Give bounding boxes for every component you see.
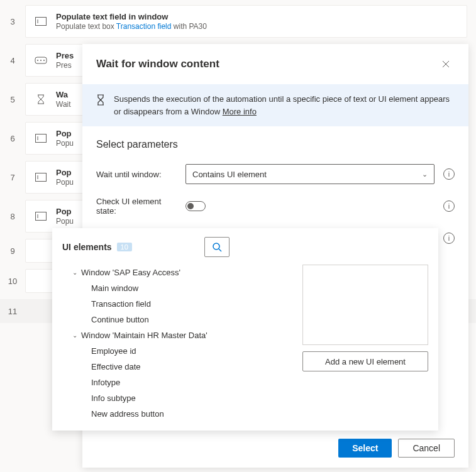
close-icon xyxy=(442,60,450,68)
tree-item[interactable]: Employee id xyxy=(62,343,292,359)
keyboard-icon xyxy=(35,54,47,67)
chevron-down-icon: ⌄ xyxy=(72,269,77,276)
row-number: 3 xyxy=(0,17,25,26)
action-link[interactable]: Transaction field xyxy=(116,22,172,31)
row-number: 6 xyxy=(0,134,25,143)
row-number: 4 xyxy=(0,56,25,65)
svg-rect-8 xyxy=(36,173,47,182)
textbox-icon xyxy=(35,171,47,184)
row-number: 5 xyxy=(0,95,25,104)
banner-text: Suspends the execution of the automation… xyxy=(114,93,455,118)
svg-rect-0 xyxy=(36,18,47,26)
tree-item[interactable]: Continue button xyxy=(62,312,292,327)
svg-point-12 xyxy=(213,243,219,250)
tree-item[interactable]: Effective date xyxy=(62,359,292,375)
tree-parent-node[interactable]: ⌄ Window 'SAP Easy Access' xyxy=(62,265,292,280)
info-icon[interactable]: i xyxy=(443,200,455,212)
add-ui-element-button[interactable]: Add a new UI element xyxy=(302,351,428,371)
wait-until-select[interactable]: Contains UI element ⌄ xyxy=(185,164,434,184)
info-icon[interactable]: i xyxy=(443,233,455,244)
chevron-down-icon: ⌄ xyxy=(72,332,77,339)
action-title: Pres xyxy=(56,51,74,60)
ui-element-tree: ⌄ Window 'SAP Easy Access' Main window T… xyxy=(62,265,292,422)
cancel-button[interactable]: Cancel xyxy=(398,439,455,458)
hourglass-icon xyxy=(96,94,105,107)
tree-parent-node[interactable]: ⌄ Window 'Maintain HR Master Data' xyxy=(62,327,292,343)
action-subtitle: Popu xyxy=(56,139,74,148)
row-number: 10 xyxy=(0,277,25,286)
row-number: 9 xyxy=(0,246,25,256)
textbox-icon xyxy=(35,132,47,145)
hourglass-icon xyxy=(35,93,47,106)
info-icon[interactable]: i xyxy=(443,168,455,180)
row-number: 7 xyxy=(0,173,25,182)
action-title: Pop xyxy=(56,129,74,138)
dropdown-title: UI elements 10 xyxy=(62,242,132,252)
more-info-link[interactable]: More info xyxy=(223,107,257,116)
action-subtitle: Pres xyxy=(56,61,74,70)
select-value: Contains UI element xyxy=(192,170,267,179)
flow-row[interactable]: 3 Populate text field in window Populate… xyxy=(0,5,476,38)
tree-item[interactable]: Infotype xyxy=(62,375,292,390)
action-title: Pop xyxy=(56,207,74,216)
close-button[interactable] xyxy=(437,55,455,73)
svg-rect-6 xyxy=(36,134,47,143)
select-button[interactable]: Select xyxy=(338,439,392,458)
tree-item[interactable]: Transaction field xyxy=(62,296,292,312)
check-state-label: Check UI element state: xyxy=(96,197,177,216)
action-title: Pop xyxy=(56,168,74,177)
action-subtitle: Popu xyxy=(56,178,74,187)
element-preview-box xyxy=(302,265,428,345)
ui-elements-dropdown: UI elements 10 ⌄ Window 'SAP Easy Access… xyxy=(52,228,438,431)
tree-item[interactable]: New address button xyxy=(62,406,292,422)
svg-point-3 xyxy=(37,60,38,61)
search-button[interactable] xyxy=(204,237,230,257)
textbox-icon xyxy=(35,210,47,222)
action-title: Wa xyxy=(56,90,71,99)
wait-until-label: Wait until window: xyxy=(96,170,177,179)
element-count-badge: 10 xyxy=(117,243,132,251)
svg-point-4 xyxy=(40,60,42,61)
row-number: 11 xyxy=(0,307,25,316)
section-title: Select parameters xyxy=(82,126,468,158)
tree-item[interactable]: Info subtype xyxy=(62,390,292,406)
tree-item[interactable]: Main window xyxy=(62,280,292,296)
dialog-footer: Select Cancel xyxy=(82,429,468,468)
svg-line-13 xyxy=(219,249,221,251)
search-icon xyxy=(212,242,222,252)
action-subtitle: Populate text box Transaction field with… xyxy=(56,22,207,31)
svg-point-5 xyxy=(43,60,45,61)
row-number: 8 xyxy=(0,212,25,221)
action-title: Populate text field in window xyxy=(56,12,207,21)
svg-rect-10 xyxy=(36,212,47,221)
info-banner: Suspends the execution of the automation… xyxy=(82,84,468,126)
action-subtitle: Popu xyxy=(56,217,74,226)
check-state-toggle[interactable] xyxy=(185,201,206,211)
chevron-down-icon: ⌄ xyxy=(422,170,428,178)
dialog-title: Wait for window content xyxy=(96,58,219,70)
action-subtitle: Wait xyxy=(56,100,71,109)
textbox-icon xyxy=(35,15,47,28)
